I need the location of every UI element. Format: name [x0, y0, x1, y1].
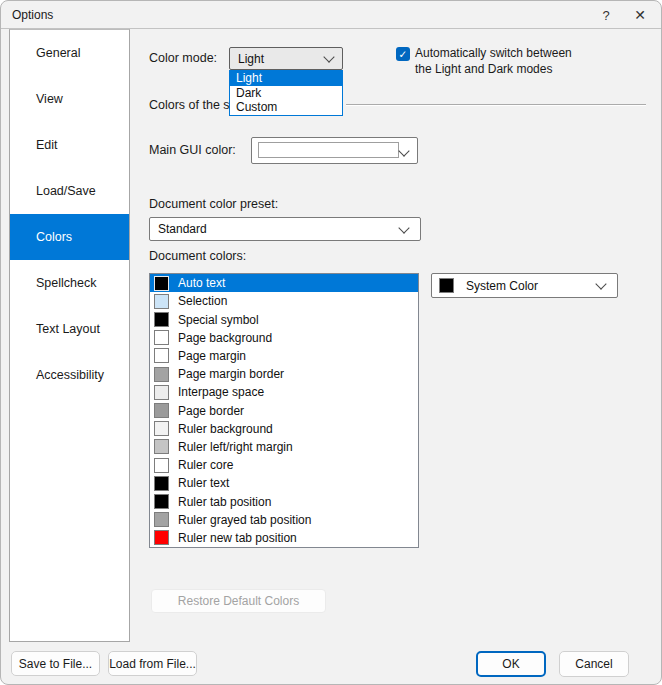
list-item[interactable]: Special symbol: [150, 310, 418, 328]
auto-switch-label-line2: the Light and Dark modes: [415, 62, 615, 78]
color-swatch: [154, 294, 169, 309]
color-swatch: [154, 530, 169, 545]
sidebar-item-edit[interactable]: Edit: [10, 122, 129, 168]
color-item-label: Page background: [178, 331, 272, 345]
document-colors-label: Document colors:: [149, 249, 246, 263]
color-swatch: [154, 276, 169, 291]
color-item-label: Page margin: [178, 349, 246, 363]
main-gui-color-swatch: [258, 142, 399, 158]
list-item[interactable]: Auto text: [150, 274, 418, 292]
options-dialog: Options ? ✕ GeneralViewEditLoad/SaveColo…: [0, 0, 662, 685]
sidebar-item-general[interactable]: General: [10, 30, 129, 76]
list-item[interactable]: Ruler left/right margin: [150, 438, 418, 456]
color-mode-dropdown-list: LightDarkCustom: [229, 70, 343, 116]
color-item-label: Page margin border: [178, 367, 284, 381]
color-item-label: Ruler core: [178, 458, 233, 472]
save-to-file-button[interactable]: Save to File...: [11, 651, 100, 676]
ok-button[interactable]: OK: [476, 651, 546, 677]
auto-switch-label-line1: Automatically switch between: [415, 46, 615, 62]
list-item[interactable]: Page margin border: [150, 365, 418, 383]
color-swatch: [154, 512, 169, 527]
color-mode-value: Light: [238, 52, 264, 66]
color-item-label: Page border: [178, 404, 244, 418]
color-swatch: [154, 312, 169, 327]
color-item-label: Ruler tab position: [178, 495, 271, 509]
checkmark-icon: ✓: [399, 49, 408, 60]
color-picker-swatch: [439, 278, 454, 293]
color-item-label: Selection: [178, 294, 227, 308]
color-item-label: Auto text: [178, 276, 225, 290]
color-picker-value: System Color: [466, 279, 538, 293]
sidebar: GeneralViewEditLoad/SaveColorsSpellcheck…: [9, 29, 130, 642]
auto-switch-checkbox[interactable]: ✓: [396, 47, 410, 61]
dropdown-option-light[interactable]: Light: [230, 71, 342, 86]
section-separator: [346, 104, 646, 105]
sidebar-item-view[interactable]: View: [10, 76, 129, 122]
color-swatch: [154, 330, 169, 345]
list-item[interactable]: Ruler tab position: [150, 492, 418, 510]
color-swatch: [154, 367, 169, 382]
chevron-down-icon: [398, 145, 409, 156]
color-swatch: [154, 385, 169, 400]
list-item[interactable]: Page background: [150, 329, 418, 347]
color-picker-combobox[interactable]: System Color: [431, 273, 618, 298]
sidebar-item-spellcheck[interactable]: Spellcheck: [10, 260, 129, 306]
color-swatch: [154, 403, 169, 418]
sidebar-item-text-layout[interactable]: Text Layout: [10, 306, 129, 352]
color-swatch: [154, 476, 169, 491]
preset-value: Standard: [158, 222, 207, 236]
restore-default-colors-button[interactable]: Restore Default Colors: [151, 589, 326, 613]
list-item[interactable]: Page margin: [150, 347, 418, 365]
color-mode-combobox[interactable]: Light: [229, 47, 343, 70]
color-item-label: Ruler new tab position: [178, 531, 297, 545]
close-icon[interactable]: ✕: [627, 3, 653, 27]
document-colors-listbox[interactable]: Auto textSelectionSpecial symbolPage bac…: [149, 273, 419, 548]
color-item-label: Ruler left/right margin: [178, 440, 293, 454]
preset-combobox[interactable]: Standard: [149, 217, 421, 241]
dropdown-option-custom[interactable]: Custom: [230, 100, 342, 115]
color-swatch: [154, 421, 169, 436]
color-swatch: [154, 458, 169, 473]
list-item[interactable]: Ruler new tab position: [150, 529, 418, 547]
chevron-down-icon: [323, 51, 334, 62]
color-item-label: Ruler grayed tab position: [178, 513, 311, 527]
section-label: Colors of the se: [149, 98, 237, 112]
cancel-button[interactable]: Cancel: [559, 651, 629, 677]
color-item-label: Ruler text: [178, 476, 229, 490]
list-item[interactable]: Selection: [150, 292, 418, 310]
color-item-label: Ruler background: [178, 422, 273, 436]
sidebar-item-load-save[interactable]: Load/Save: [10, 168, 129, 214]
list-item[interactable]: Ruler text: [150, 474, 418, 492]
list-item[interactable]: Ruler core: [150, 456, 418, 474]
help-icon[interactable]: ?: [593, 3, 619, 27]
main-gui-color-combobox[interactable]: [251, 137, 418, 164]
main-gui-color-label: Main GUI color:: [149, 143, 236, 157]
list-item[interactable]: Page border: [150, 401, 418, 419]
window-title: Options: [1, 8, 53, 22]
list-item[interactable]: Ruler grayed tab position: [150, 511, 418, 529]
sidebar-item-colors[interactable]: Colors: [10, 214, 129, 260]
titlebar: Options ? ✕: [1, 1, 661, 29]
sidebar-item-accessibility[interactable]: Accessibility: [10, 352, 129, 398]
load-from-file-button[interactable]: Load from File...: [108, 651, 197, 676]
chevron-down-icon: [595, 278, 606, 289]
preset-label: Document color preset:: [149, 197, 278, 211]
color-item-label: Interpage space: [178, 385, 264, 399]
color-swatch: [154, 439, 169, 454]
dropdown-option-dark[interactable]: Dark: [230, 86, 342, 101]
color-item-label: Special symbol: [178, 313, 259, 327]
list-item[interactable]: Ruler background: [150, 420, 418, 438]
color-swatch: [154, 348, 169, 363]
color-swatch: [154, 494, 169, 509]
color-mode-label: Color mode:: [149, 51, 217, 65]
auto-switch-label: Automatically switch between the Light a…: [415, 46, 615, 77]
list-item[interactable]: Interpage space: [150, 383, 418, 401]
chevron-down-icon: [398, 222, 409, 233]
